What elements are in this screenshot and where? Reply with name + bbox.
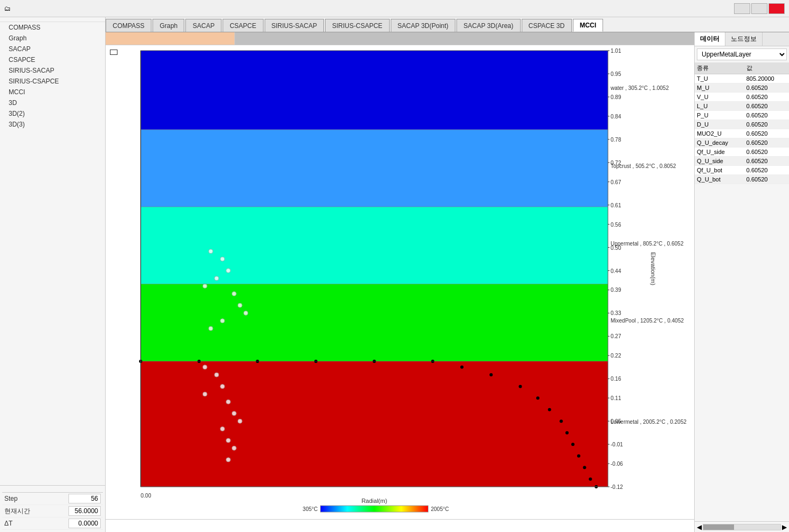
table-row: L_U0.60520 — [695, 102, 789, 111]
svg-text:-0.06: -0.06 — [611, 461, 623, 467]
svg-text:water , 305.2°C , 1.0052: water , 305.2°C , 1.0052 — [610, 85, 669, 91]
step-label: 현재시간 — [4, 507, 30, 516]
table-row: Q_U_bot0.60520 — [695, 175, 789, 184]
scroll-bar[interactable] — [703, 524, 781, 530]
svg-point-18 — [571, 443, 575, 446]
step-time-panel: Step56현재시간56.0000ΔT0.0000 — [0, 485, 105, 532]
tab-graph[interactable]: Graph — [153, 19, 184, 32]
scroll-bottom[interactable]: ◀ ▶ — [695, 521, 789, 532]
app-icon: 🗂 — [4, 5, 11, 12]
chart-container[interactable]: 1.010.950.890.840.780.720.670.610.560.50… — [106, 45, 694, 519]
table-row: P_U0.60520 — [695, 111, 789, 120]
svg-point-25 — [226, 269, 231, 273]
sidebar-nav: COMPASSGraphSACAPCSAPCESIRIUS-SACAPSIRIU… — [0, 22, 105, 130]
svg-text:0.39: 0.39 — [611, 287, 621, 293]
svg-point-20 — [583, 466, 586, 469]
sidebar-item-sirius-sacap[interactable]: SIRIUS-SACAP — [0, 65, 105, 76]
svg-point-11 — [460, 366, 463, 369]
data-table-body: T_U805.20000M_U0.60520V_U0.60520L_U0.605… — [695, 74, 789, 184]
step-row-현재시간: 현재시간56.0000 — [2, 505, 103, 517]
panel-tab-data[interactable]: 데이터 — [695, 32, 725, 46]
table-row: Q_U_side0.60520 — [695, 157, 789, 166]
panel-tab-node-info[interactable]: 노드정보 — [725, 32, 763, 46]
sidebar-item-3d2[interactable]: 3D(2) — [0, 108, 105, 119]
scroll-left-arrow[interactable]: ◀ — [697, 523, 702, 531]
svg-point-14 — [536, 396, 539, 400]
sidebar-item-sirius-csapce[interactable]: SIRIUS-CSAPCE — [0, 76, 105, 87]
cell-value: 0.60520 — [744, 111, 789, 120]
tab-sirius-sacap[interactable]: SIRIUS-SACAP — [265, 19, 324, 32]
layer-dropdown[interactable]: UpperMetalLayerLowerMetalLayerMixedPoolT… — [697, 48, 787, 60]
cell-value: 0.60520 — [744, 175, 789, 184]
step-value: 56 — [68, 494, 101, 503]
sidebar-item-mcci[interactable]: MCCI — [0, 87, 105, 97]
sidebar-item-3d3[interactable]: 3D(3) — [0, 119, 105, 130]
cell-type: L_U — [695, 102, 744, 111]
sidebar-item-sacap[interactable]: SACAP — [0, 44, 105, 54]
sidebar: COMPASSGraphSACAPCSAPCESIRIUS-SACAPSIRIU… — [0, 17, 106, 532]
svg-rect-1 — [141, 130, 608, 207]
cell-value: 0.60520 — [744, 157, 789, 166]
svg-point-39 — [238, 419, 242, 423]
cell-type: MUO2_U — [695, 129, 744, 138]
svg-point-15 — [548, 408, 551, 411]
sidebar-item-3d[interactable]: 3D — [0, 97, 105, 108]
svg-rect-4 — [141, 361, 608, 487]
step-time-title — [2, 488, 103, 493]
svg-text:0.56: 0.56 — [611, 222, 621, 228]
scroll-right-arrow[interactable]: ▶ — [782, 523, 787, 531]
chart-svg: 1.010.950.890.840.780.720.670.610.560.50… — [106, 45, 694, 519]
sidebar-item-graph[interactable]: Graph — [0, 33, 105, 44]
tab-sacap[interactable]: SACAP — [185, 19, 222, 32]
svg-text:Uppermetal , 805.2°C , 0.6052: Uppermetal , 805.2°C , 0.6052 — [611, 241, 684, 247]
sidebar-header — [0, 17, 105, 22]
titlebar: 🗂 — [0, 0, 789, 17]
sidebar-item-compass[interactable]: COMPASS — [0, 22, 105, 33]
panel-scroll[interactable]: 종류 값 T_U805.20000M_U0.60520V_U0.60520L_U… — [695, 62, 789, 521]
step-row-δt: ΔT0.0000 — [2, 517, 103, 530]
svg-text:0.95: 0.95 — [611, 71, 621, 77]
svg-point-43 — [226, 458, 231, 462]
tab-csapce[interactable]: CSAPCE — [223, 19, 263, 32]
svg-text:0.16: 0.16 — [611, 376, 621, 382]
tab-mcci[interactable]: MCCI — [573, 19, 604, 32]
svg-point-41 — [226, 438, 231, 443]
tab-sirius-csapce[interactable]: SIRIUS-CSAPCE — [325, 19, 389, 32]
col-value: 값 — [744, 62, 789, 74]
svg-text:0.00: 0.00 — [141, 493, 151, 499]
cell-value: 0.60520 — [744, 148, 789, 157]
panel-tabs: 데이터노드정보 — [695, 32, 789, 46]
svg-point-38 — [232, 411, 236, 416]
tab-cspace3d[interactable]: CSPACE 3D — [522, 19, 572, 32]
svg-text:MixedPool , 1205.2°C , 0.4052: MixedPool , 1205.2°C , 0.4052 — [611, 318, 684, 324]
svg-point-31 — [220, 319, 225, 323]
bottom-bar — [106, 519, 694, 532]
oxygen-layer-label — [106, 32, 235, 45]
tab-compass[interactable]: COMPASS — [106, 19, 151, 32]
svg-text:Topcrust , 505.2°C , 0.8052: Topcrust , 505.2°C , 0.8052 — [611, 163, 676, 169]
table-row: Qf_U_bot0.60520 — [695, 166, 789, 175]
step-value: 56.0000 — [68, 506, 101, 516]
sidebar-item-csapce[interactable]: CSAPCE — [0, 54, 105, 65]
table-row: D_U0.60520 — [695, 120, 789, 129]
data-table: 종류 값 T_U805.20000M_U0.60520V_U0.60520L_U… — [695, 62, 789, 184]
maximize-button[interactable] — [751, 3, 767, 14]
tab-sacap3d-point[interactable]: SACAP 3D(Point) — [391, 19, 455, 32]
close-button[interactable] — [769, 3, 785, 14]
svg-rect-101 — [321, 506, 428, 512]
svg-point-24 — [220, 257, 225, 261]
minimize-button[interactable] — [734, 3, 750, 14]
tab-sacap3d-area[interactable]: SACAP 3D(Area) — [456, 19, 520, 32]
svg-point-42 — [232, 446, 236, 450]
cell-type: T_U — [695, 74, 744, 83]
svg-point-37 — [226, 400, 231, 404]
svg-point-12 — [489, 373, 493, 376]
scroll-thumb — [703, 524, 734, 530]
cell-type: Qf_U_side — [695, 148, 744, 157]
cell-type: D_U — [695, 120, 744, 129]
right-panel: 데이터노드정보 UpperMetalLayerLowerMetalLayerMi… — [694, 32, 789, 532]
middle-section: 1.010.950.890.840.780.720.670.610.560.50… — [106, 32, 789, 532]
svg-text:0.22: 0.22 — [611, 353, 621, 359]
svg-text:0.61: 0.61 — [611, 202, 621, 208]
cell-value: 0.60520 — [744, 129, 789, 138]
